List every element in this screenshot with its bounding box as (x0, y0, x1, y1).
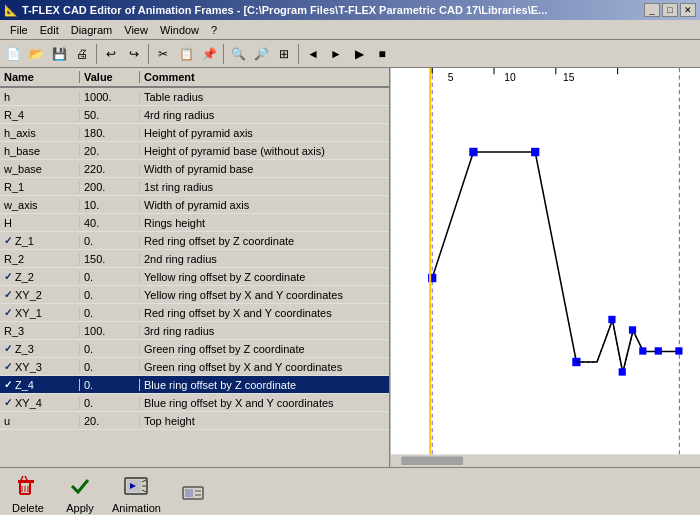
delete-label: Delete (12, 502, 44, 514)
cell-value: 100. (80, 325, 140, 337)
table-row[interactable]: w_axis10.Width of pyramid axis (0, 196, 389, 214)
table-row[interactable]: ✓XY_30.Green ring offset by X and Y coor… (0, 358, 389, 376)
cell-value: 1000. (80, 91, 140, 103)
minimize-button[interactable]: _ (644, 3, 660, 17)
cell-comment: Width of pyramid base (140, 163, 389, 175)
cell-comment: Green ring offset by X and Y coordinates (140, 361, 389, 373)
cell-name: ✓XY_3 (0, 361, 80, 373)
tb-paste[interactable]: 📌 (198, 43, 220, 65)
table-row[interactable]: ✓XY_40.Blue ring offset by X and Y coord… (0, 394, 389, 412)
table-row[interactable]: h1000.Table radius (0, 88, 389, 106)
svg-line-30 (21, 476, 23, 480)
svg-rect-14 (608, 316, 615, 323)
cell-value: 0. (80, 289, 140, 301)
cell-value: 0. (80, 379, 140, 391)
cell-comment: Width of pyramid axis (140, 199, 389, 211)
tb-zoom-out[interactable]: 🔎 (250, 43, 272, 65)
sep4 (298, 44, 299, 64)
table-row[interactable]: ✓Z_30.Green ring offset by Z coordinate (0, 340, 389, 358)
cell-name: R_2 (0, 253, 80, 265)
cell-comment: Top height (140, 415, 389, 427)
tb-stop[interactable]: ■ (371, 43, 393, 65)
tb-zoom-in[interactable]: 🔍 (227, 43, 249, 65)
tb-new[interactable]: 📄 (2, 43, 24, 65)
svg-rect-11 (469, 148, 477, 156)
tb-play[interactable]: ▶ (348, 43, 370, 65)
tb-open[interactable]: 📂 (25, 43, 47, 65)
tb-copy[interactable]: 📋 (175, 43, 197, 65)
menu-view[interactable]: View (118, 22, 154, 38)
menu-window[interactable]: Window (154, 22, 205, 38)
cell-value: 0. (80, 397, 140, 409)
tb-save[interactable]: 💾 (48, 43, 70, 65)
cell-comment: Yellow ring offset by X and Y coordinate… (140, 289, 389, 301)
svg-rect-17 (639, 347, 646, 354)
table-row[interactable]: R_1200.1st ring radius (0, 178, 389, 196)
tb-print[interactable]: 🖨 (71, 43, 93, 65)
cell-value: 40. (80, 217, 140, 229)
table-row[interactable]: R_450.4rd ring radius (0, 106, 389, 124)
main-area: Name Value Comment h1000.Table radiusR_4… (0, 68, 700, 467)
table-row[interactable]: ✓XY_20.Yellow ring offset by X and Y coo… (0, 286, 389, 304)
table-row[interactable]: H40.Rings height (0, 214, 389, 232)
window-title: T-FLEX CAD Editor of Animation Frames - … (22, 4, 547, 16)
tb-cut[interactable]: ✂ (152, 43, 174, 65)
maximize-button[interactable]: □ (662, 3, 678, 17)
table-row[interactable]: ✓Z_10.Red ring offset by Z coordinate (0, 232, 389, 250)
svg-rect-39 (185, 489, 193, 497)
cell-name: u (0, 415, 80, 427)
table-row[interactable]: R_2150.2nd ring radius (0, 250, 389, 268)
tb-redo[interactable]: ↪ (123, 43, 145, 65)
table-row[interactable]: R_3100.3rd ring radius (0, 322, 389, 340)
svg-line-34 (142, 480, 146, 482)
svg-rect-23 (18, 480, 34, 483)
col-header-name: Name (0, 71, 80, 83)
cell-name: ✓XY_2 (0, 289, 80, 301)
cell-name: ✓XY_1 (0, 307, 80, 319)
cell-name: R_3 (0, 325, 80, 337)
tb-fit[interactable]: ⊞ (273, 43, 295, 65)
svg-rect-12 (531, 148, 539, 156)
cell-comment: Rings height (140, 217, 389, 229)
menu-file[interactable]: File (4, 22, 34, 38)
tb-undo[interactable]: ↩ (100, 43, 122, 65)
cell-value: 0. (80, 271, 140, 283)
menu-help[interactable]: ? (205, 22, 223, 38)
tb-next[interactable]: ► (325, 43, 347, 65)
table-scroll[interactable]: h1000.Table radiusR_450.4rd ring radiush… (0, 88, 389, 467)
apply-button[interactable]: Apply (60, 472, 100, 514)
table-row[interactable]: w_base220.Width of pyramid base (0, 160, 389, 178)
table-row[interactable]: h_base20.Height of pyramid base (without… (0, 142, 389, 160)
cell-comment: 4rd ring radius (140, 109, 389, 121)
cell-value: 200. (80, 181, 140, 193)
menu-edit[interactable]: Edit (34, 22, 65, 38)
title-bar: 📐 T-FLEX CAD Editor of Animation Frames … (0, 0, 700, 20)
svg-rect-16 (629, 326, 636, 333)
graph-svg: 5 10 15 (391, 68, 700, 467)
table-row[interactable]: ✓XY_10.Red ring offset by X and Y coordi… (0, 304, 389, 322)
table-row[interactable]: h_axis180.Height of pyramid axis (0, 124, 389, 142)
table-row[interactable]: ✓Z_40.Blue ring offset by Z coordinate (0, 376, 389, 394)
tb-prev[interactable]: ◄ (302, 43, 324, 65)
animation-button[interactable]: Animation (112, 472, 161, 514)
cell-comment: 2nd ring radius (140, 253, 389, 265)
extra-button[interactable] (173, 479, 213, 507)
graph-area[interactable]: 5 10 15 (390, 68, 700, 467)
table-header: Name Value Comment (0, 68, 389, 88)
cell-comment: 1st ring radius (140, 181, 389, 193)
cell-comment: 3rd ring radius (140, 325, 389, 337)
svg-line-31 (25, 476, 27, 480)
cell-value: 150. (80, 253, 140, 265)
menu-diagram[interactable]: Diagram (65, 22, 119, 38)
table-row[interactable]: ✓Z_20.Yellow ring offset by Z coordinate (0, 268, 389, 286)
title-bar-controls[interactable]: _ □ ✕ (644, 3, 696, 17)
cell-comment: Table radius (140, 91, 389, 103)
svg-rect-18 (655, 347, 662, 354)
delete-icon (14, 472, 42, 500)
close-button[interactable]: ✕ (680, 3, 696, 17)
cell-name: h_base (0, 145, 80, 157)
cell-name: w_axis (0, 199, 80, 211)
delete-button[interactable]: Delete (8, 472, 48, 514)
sep3 (223, 44, 224, 64)
table-row[interactable]: u20.Top height (0, 412, 389, 430)
